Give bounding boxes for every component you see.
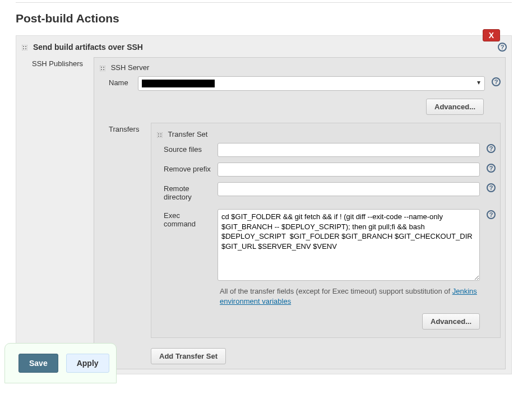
hint-prefix: All of the transfer fields (except for E… (220, 287, 452, 295)
exec-command-label: Exec command (156, 209, 218, 230)
transfer-hint: All of the transfer fields (except for E… (220, 286, 479, 307)
add-transfer-set-button[interactable]: Add Transfer Set (151, 348, 226, 364)
ssh-publishers-label: SSH Publishers (21, 57, 94, 369)
help-icon[interactable]: ? (487, 144, 496, 153)
redacted-value (142, 80, 215, 87)
source-files-label: Source files (156, 143, 218, 156)
ssh-server-advanced-button[interactable]: Advanced... (426, 99, 484, 115)
help-icon[interactable]: ? (487, 183, 496, 192)
remote-directory-label: Remote directory (156, 182, 218, 203)
publisher-block: X ? Send build artifacts over SSH SSH Pu… (16, 35, 512, 374)
drag-handle-icon[interactable] (100, 66, 105, 71)
drag-handle-icon[interactable] (22, 45, 27, 50)
remote-directory-input[interactable] (218, 182, 480, 196)
transfer-set-advanced-button[interactable]: Advanced... (422, 313, 480, 330)
transfer-set-label: Transfer Set (168, 130, 207, 138)
publisher-header: Send build artifacts over SSH (21, 40, 507, 57)
top-divider (16, 2, 512, 3)
page-title: Post-build Actions (16, 12, 532, 25)
source-files-input[interactable] (218, 143, 480, 157)
apply-button[interactable]: Apply (66, 354, 109, 373)
drag-handle-icon[interactable] (157, 132, 163, 138)
help-icon[interactable]: ? (487, 210, 496, 219)
help-icon[interactable]: ? (487, 164, 496, 173)
ssh-server-block: SSH Server Name ? (94, 57, 506, 369)
help-icon[interactable]: ? (492, 77, 501, 86)
transfer-set-header: Transfer Set (156, 129, 496, 143)
transfers-label: Transfers (99, 123, 151, 364)
footer-actions: Save Apply (4, 343, 117, 383)
delete-publisher-button[interactable]: X (483, 29, 500, 41)
help-icon[interactable]: ? (498, 43, 507, 52)
ssh-server-name-select[interactable] (138, 76, 485, 91)
ssh-server-label: SSH Server (111, 63, 150, 72)
name-label: Name (99, 76, 138, 89)
exec-command-input[interactable] (218, 209, 480, 281)
publisher-title: Send build artifacts over SSH (33, 43, 143, 52)
transfer-set-block: Transfer Set Source files ? (151, 123, 501, 338)
remove-prefix-input[interactable] (218, 163, 480, 177)
remove-prefix-label: Remove prefix (156, 163, 218, 175)
ssh-server-header: SSH Server (99, 62, 501, 76)
save-button[interactable]: Save (18, 354, 58, 373)
